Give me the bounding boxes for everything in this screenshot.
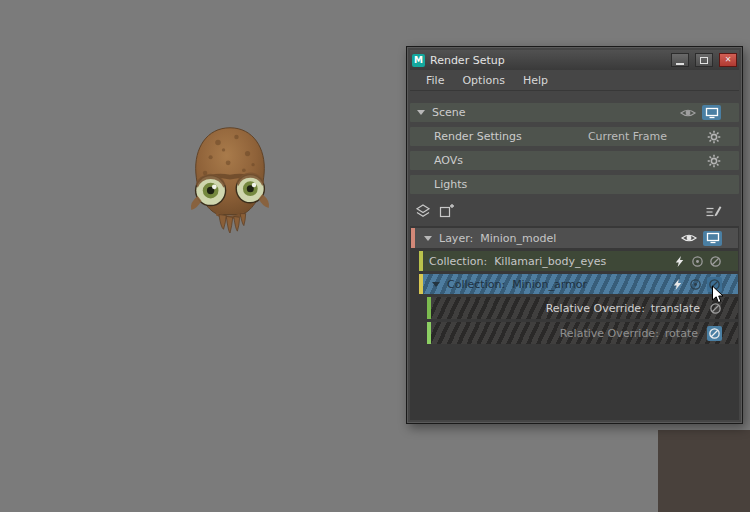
maximize-button[interactable]: [695, 53, 713, 67]
scene-row[interactable]: Scene: [410, 103, 739, 122]
gear-icon[interactable]: [707, 130, 721, 144]
chevron-down-icon[interactable]: [432, 282, 440, 287]
chevron-down-icon[interactable]: [424, 236, 432, 241]
minion-render: [170, 122, 290, 248]
override-name: rotate: [665, 327, 698, 340]
visibility-eye-icon[interactable]: [681, 232, 697, 244]
chevron-down-icon[interactable]: [417, 110, 425, 115]
collection-row-minion-armor[interactable]: Collection: Minion_armor: [419, 274, 738, 294]
collection-prefix: Collection:: [447, 278, 505, 291]
lights-row[interactable]: Lights: [410, 175, 739, 194]
background-app-corner: [658, 430, 750, 512]
override-prefix: Relative Override:: [560, 327, 659, 340]
maximize-icon: [700, 57, 708, 64]
minimize-button[interactable]: [671, 53, 689, 67]
lights-label: Lights: [434, 178, 467, 191]
desktop: { "window": { "title": "Render Setup", "…: [0, 0, 750, 512]
override-prefix: Relative Override:: [546, 302, 645, 315]
minion-character[interactable]: [170, 122, 290, 248]
override-row-translate[interactable]: Relative Override: translate: [427, 297, 738, 319]
solo-target-icon[interactable]: [689, 278, 702, 291]
window-title: Render Setup: [430, 54, 665, 67]
disable-icon[interactable]: [709, 255, 722, 268]
renderable-toggle-icon[interactable]: [702, 105, 721, 120]
menubar: File Options Help: [410, 70, 739, 91]
close-icon: ✕: [725, 56, 732, 64]
override-row-rotate[interactable]: Relative Override: rotate: [427, 322, 738, 344]
window-content: Scene Render Settings Current Frame AOVs: [410, 91, 739, 420]
collection-color-tag: [419, 274, 423, 294]
collection-name: Killamari_body_eyes: [494, 255, 606, 268]
layer-row-minion-model[interactable]: Layer: Minion_model: [411, 228, 738, 248]
collection-prefix: Collection:: [429, 255, 487, 268]
disable-icon[interactable]: [707, 326, 722, 341]
isolate-flash-icon[interactable]: [671, 278, 684, 291]
menu-help[interactable]: Help: [514, 74, 557, 87]
layer-color-tag: [411, 228, 415, 248]
titlebar[interactable]: M Render Setup ✕: [410, 50, 739, 70]
layer-prefix: Layer:: [439, 232, 473, 245]
create-collection-icon[interactable]: [436, 202, 455, 221]
collection-color-tag: [419, 251, 423, 271]
edit-overrides-icon[interactable]: [703, 202, 722, 221]
aovs-label: AOVs: [434, 154, 463, 167]
close-button[interactable]: ✕: [719, 53, 737, 67]
layer-toolbar: [410, 199, 739, 223]
isolate-flash-icon[interactable]: [673, 255, 686, 268]
mouse-cursor: [711, 285, 724, 305]
override-name: translate: [651, 302, 700, 315]
layer-list: Layer: Minion_model Collection: Killamar…: [410, 226, 739, 420]
override-color-tag: [427, 322, 431, 344]
renderable-toggle-icon[interactable]: [703, 231, 722, 246]
render-settings-label: Render Settings: [434, 130, 522, 143]
collection-name: Minion_armor: [512, 278, 587, 291]
scene-label: Scene: [432, 106, 466, 119]
menu-options[interactable]: Options: [453, 74, 513, 87]
override-color-tag: [427, 297, 431, 319]
minimize-icon: [676, 63, 684, 65]
maya-app-icon: M: [412, 54, 425, 67]
render-setup-window: M Render Setup ✕ File Options Help Scene…: [406, 46, 743, 424]
render-settings-row[interactable]: Render Settings Current Frame: [410, 127, 739, 146]
aovs-row[interactable]: AOVs: [410, 151, 739, 170]
menu-file[interactable]: File: [417, 74, 453, 87]
render-settings-value: Current Frame: [588, 130, 667, 143]
collection-row-killamari-body-eyes[interactable]: Collection: Killamari_body_eyes: [419, 251, 738, 271]
create-layer-icon[interactable]: [413, 202, 432, 221]
layer-name: Minion_model: [480, 232, 556, 245]
visibility-eye-icon[interactable]: [680, 107, 696, 119]
gear-icon[interactable]: [707, 154, 721, 168]
solo-target-icon[interactable]: [691, 255, 704, 268]
